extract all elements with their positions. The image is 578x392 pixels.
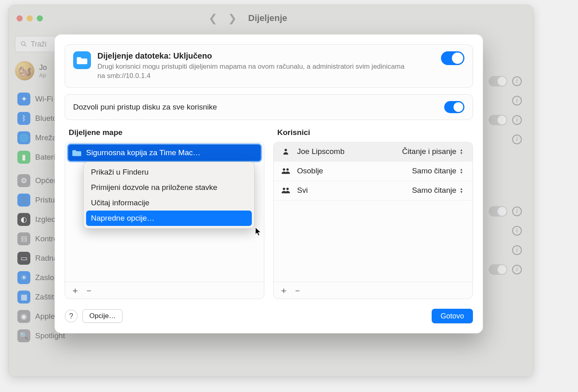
- folder-context-menu: Prikaži u Finderu Primijeni dozvole na p…: [83, 162, 255, 229]
- sheet-footer: ? Opcije… Gotovo: [65, 306, 473, 323]
- info-icon: i: [512, 245, 522, 255]
- svg-point-3: [283, 169, 285, 171]
- bluetooth-icon: ᛒ: [17, 112, 30, 125]
- appearance-icon: ◐: [17, 213, 30, 226]
- svg-point-4: [286, 169, 289, 171]
- stepper-icon[interactable]: ▴▾: [460, 186, 467, 194]
- user-row[interactable]: Joe Lipscomb Čitanje i pisanje ▴▾: [274, 142, 473, 162]
- shared-folders-list: Sigurnosna kopija za Time Mac… Prikaži u…: [65, 142, 264, 299]
- remove-folder-button[interactable]: －: [83, 285, 95, 297]
- nav-arrows: ❮ ❯: [209, 12, 237, 25]
- options-button[interactable]: Opcije…: [82, 309, 122, 323]
- stepper-icon[interactable]: ▴▾: [460, 167, 467, 175]
- traffic-lights: [17, 15, 43, 21]
- sidebar-item-label: Baterij: [35, 153, 57, 162]
- full-access-toggle[interactable]: [444, 101, 464, 113]
- svg-point-0: [21, 42, 25, 45]
- screensaver-icon: ▦: [17, 291, 30, 303]
- svg-line-1: [25, 45, 26, 46]
- permission-select[interactable]: Samo čitanje: [412, 166, 456, 175]
- user-name-label: Osoblje: [297, 166, 323, 175]
- info-icon: i: [512, 135, 522, 144]
- done-button[interactable]: Gotovo: [432, 309, 473, 323]
- group-icon: [280, 167, 291, 175]
- titlebar: ❮ ❯ Dijeljenje: [8, 5, 533, 31]
- svg-point-6: [286, 188, 289, 190]
- shared-folders-header: Dijeljene mape: [69, 128, 264, 137]
- shared-folder-item[interactable]: Sigurnosna kopija za Time Mac…: [68, 144, 262, 162]
- menu-item-get-info[interactable]: Učitaj informacije: [86, 195, 252, 211]
- info-icon: i: [512, 96, 522, 105]
- folder-add-remove-bar: ＋ －: [65, 282, 264, 299]
- desktop-icon: ▭: [17, 252, 30, 265]
- group-icon: [280, 187, 291, 194]
- file-sharing-description: Drugi korisnici mogu pristupiti dijeljen…: [97, 62, 413, 81]
- info-icon: i: [512, 265, 522, 274]
- control-icon: ⊟: [17, 232, 30, 245]
- file-sharing-sheet: Dijeljenje datoteka: Uključeno Drugi kor…: [55, 34, 483, 333]
- sidebar-item-label: Wi-Fi: [35, 95, 53, 103]
- full-access-label: Dozvoli puni pristup disku za sve korisn…: [73, 103, 217, 112]
- toggle-icon: [489, 264, 507, 275]
- user-sub: Ap: [39, 72, 47, 78]
- spotlight-icon: 🔍: [17, 329, 30, 342]
- battery-icon: ▮: [17, 151, 30, 164]
- full-disk-access-card: Dozvoli puni pristup disku za sve korisn…: [65, 94, 473, 120]
- remove-user-button[interactable]: －: [291, 285, 304, 297]
- file-sharing-title: Dijeljenje datoteka: Uključeno: [97, 51, 413, 61]
- display-icon: ☀: [17, 271, 30, 284]
- folder-icon: [72, 149, 81, 156]
- avatar: 🐿️: [15, 61, 34, 80]
- users-list: Joe Lipscomb Čitanje i pisanje ▴▾ Osoblj…: [273, 142, 473, 299]
- forward-icon[interactable]: ❯: [228, 12, 237, 25]
- user-name-label: Joe Lipscomb: [297, 147, 344, 156]
- wifi-icon: ✦: [17, 93, 30, 105]
- search-placeholder: Traži: [31, 40, 46, 48]
- globe-icon: 🌐: [17, 131, 30, 144]
- gear-icon: ⚙: [17, 174, 30, 187]
- svg-point-2: [285, 149, 287, 152]
- menu-item-advanced-options[interactable]: Napredne opcije…: [86, 211, 252, 226]
- folder-share-icon: [73, 51, 91, 69]
- menu-item-apply-permissions[interactable]: Primijeni dozvole na priložene stavke: [86, 180, 252, 195]
- user-add-remove-bar: ＋ －: [274, 282, 473, 299]
- user-row[interactable]: Osoblje Samo čitanje ▴▾: [274, 162, 473, 181]
- file-sharing-toggle[interactable]: [441, 51, 464, 65]
- info-icon: i: [512, 226, 522, 236]
- accessibility-icon: 👤: [17, 194, 30, 207]
- search-icon: [20, 40, 27, 48]
- shared-folders-column: Dijeljene mape Sigurnosna kopija za Time…: [65, 126, 264, 299]
- add-user-button[interactable]: ＋: [278, 285, 290, 297]
- file-sharing-status-card: Dijeljenje datoteka: Uključeno Drugi kor…: [65, 44, 473, 88]
- user-name: Jo: [39, 63, 47, 72]
- zoom-window-icon[interactable]: [37, 15, 43, 21]
- back-icon[interactable]: ❮: [209, 12, 217, 25]
- info-icon: i: [512, 76, 522, 86]
- menu-item-show-in-finder[interactable]: Prikaži u Finderu: [86, 164, 252, 180]
- svg-point-5: [283, 188, 285, 190]
- close-window-icon[interactable]: [17, 15, 23, 21]
- toggle-icon: [489, 76, 507, 86]
- user-row[interactable]: Svi Samo čitanje ▴▾: [274, 181, 473, 200]
- sidebar-item-label: Izgled: [35, 215, 56, 224]
- siri-icon: ◉: [17, 310, 30, 323]
- users-column: Korisnici Joe Lipscomb Čitanje i pisanje…: [273, 126, 473, 299]
- users-header: Korisnici: [277, 128, 473, 137]
- sidebar-item-label: Zaštit: [35, 293, 54, 301]
- permission-select[interactable]: Čitanje i pisanje: [402, 147, 456, 156]
- stepper-icon[interactable]: ▴▾: [460, 148, 467, 156]
- minimize-window-icon[interactable]: [27, 15, 33, 21]
- page-title: Dijeljenje: [248, 13, 287, 23]
- help-button[interactable]: ?: [65, 310, 78, 322]
- user-name-label: Svi: [297, 186, 308, 195]
- toggle-icon: [489, 115, 507, 125]
- info-icon: i: [512, 207, 522, 216]
- info-icon: i: [512, 115, 522, 125]
- folder-name: Sigurnosna kopija za Time Mac…: [86, 148, 200, 157]
- toggle-icon: [489, 206, 507, 217]
- person-icon: [280, 148, 291, 155]
- permission-select[interactable]: Samo čitanje: [412, 186, 456, 195]
- sidebar-item-label: Blueto: [35, 114, 57, 123]
- add-folder-button[interactable]: ＋: [69, 285, 81, 297]
- sidebar-item-label: Mreža: [35, 133, 57, 142]
